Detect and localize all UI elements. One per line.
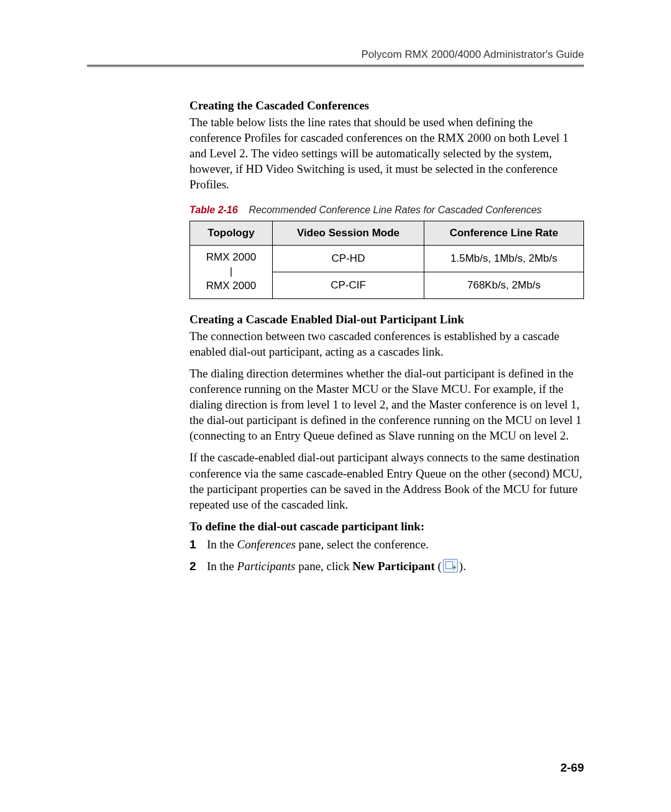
- table-row: RMX 2000 | RMX 2000 CP-HD 1.5Mb/s, 1Mb/s…: [190, 246, 584, 272]
- section-para-cascaded: The table below lists the line rates tha…: [189, 114, 584, 192]
- topology-line: |: [230, 265, 232, 277]
- topology-line: RMX 2000: [206, 280, 256, 292]
- table-caption-label: Table 2-16: [189, 205, 238, 215]
- header-rule: [87, 65, 584, 67]
- step-item: 1 In the Conferences pane, select the co…: [189, 537, 584, 552]
- step-text: In the Conferences pane, select the conf…: [207, 537, 584, 552]
- cell-rate: 1.5Mb/s, 1Mb/s, 2Mb/s: [424, 246, 584, 272]
- step-text-frag: pane, select the conference.: [296, 538, 429, 551]
- step-text-frag: New Participant: [352, 560, 434, 573]
- cell-mode: CP-CIF: [272, 272, 424, 298]
- table-header-row: Topology Video Session Mode Conference L…: [190, 221, 584, 245]
- procedure-title: To define the dial-out cascade participa…: [189, 519, 584, 534]
- table-caption: Table 2-16 Recommended Conference Line R…: [189, 203, 584, 216]
- table-caption-text: Recommended Conference Line Rates for Ca…: [249, 205, 541, 215]
- step-text-frag: In the: [207, 560, 237, 573]
- step-text-frag: Conferences: [237, 538, 296, 551]
- col-line-rate: Conference Line Rate: [424, 221, 584, 245]
- cell-topology: RMX 2000 | RMX 2000: [190, 246, 273, 299]
- section-para: The connection between two cascaded conf…: [189, 328, 584, 359]
- cell-mode: CP-HD: [272, 246, 424, 272]
- section-title-dialout: Creating a Cascade Enabled Dial-out Part…: [189, 311, 584, 327]
- col-video-mode: Video Session Mode: [272, 221, 424, 245]
- line-rate-table: Topology Video Session Mode Conference L…: [189, 221, 584, 299]
- running-header: Polycom RMX 2000/4000 Administrator's Gu…: [87, 48, 584, 61]
- section-para: If the cascade-enabled dial-out particip…: [189, 450, 584, 512]
- body-content: Creating the Cascaded Conferences The ta…: [189, 98, 584, 574]
- col-topology: Topology: [190, 221, 273, 245]
- topology-line: RMX 2000: [206, 251, 256, 263]
- step-item: 2 In the Participants pane, click New Pa…: [189, 558, 584, 574]
- cell-rate: 768Kb/s, 2Mb/s: [424, 272, 584, 298]
- section-title-cascaded: Creating the Cascaded Conferences: [189, 98, 584, 113]
- step-text-frag: Participants: [237, 560, 296, 573]
- step-number: 2: [189, 558, 207, 574]
- procedure-steps: 1 In the Conferences pane, select the co…: [189, 537, 584, 574]
- step-text-frag: In the: [207, 538, 237, 551]
- step-number: 1: [189, 537, 207, 552]
- page-number: 2-69: [560, 761, 584, 775]
- step-text-frag: ).: [459, 560, 466, 573]
- step-text-frag: pane, click: [296, 560, 353, 573]
- page: Polycom RMX 2000/4000 Administrator's Gu…: [0, 0, 671, 812]
- step-text-frag: (: [435, 560, 442, 573]
- section-para: The dialing direction determines whether…: [189, 366, 584, 443]
- new-participant-icon: [443, 559, 458, 573]
- step-text: In the Participants pane, click New Part…: [207, 558, 584, 574]
